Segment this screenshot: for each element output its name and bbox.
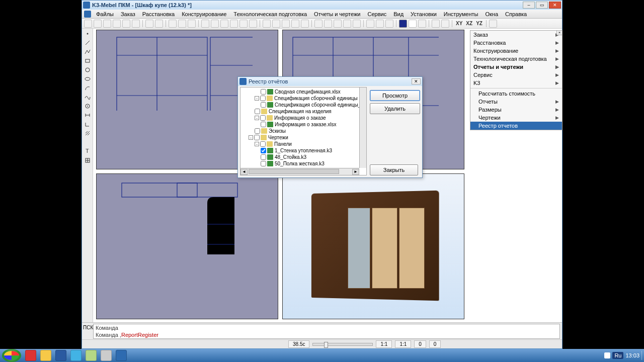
status-slider[interactable]	[312, 343, 373, 346]
tool-extents[interactable]	[489, 20, 497, 28]
tool-render[interactable]	[249, 20, 257, 28]
right-panel-close[interactable]: ×	[556, 30, 562, 35]
hscroll-left[interactable]: ◄	[240, 169, 248, 175]
color-dropdown[interactable]	[418, 20, 426, 28]
hatch-tool[interactable]	[84, 129, 92, 137]
text-tool[interactable]: T	[84, 147, 92, 155]
menu-files[interactable]: Файлы	[93, 11, 117, 18]
menu-service[interactable]: Сервис	[365, 11, 390, 18]
tool-a[interactable]	[263, 20, 271, 28]
panel-item-2[interactable]: Конструирование▶	[470, 47, 562, 55]
panel-item-5[interactable]: Сервис▶	[470, 71, 562, 79]
panel-item-0[interactable]: Заказ▶	[470, 31, 562, 39]
tool-paste[interactable]	[132, 20, 140, 28]
menu-tech[interactable]: Технологическая подготовка	[230, 11, 310, 18]
menu-view[interactable]: Вид	[390, 11, 407, 18]
tool-b[interactable]	[272, 20, 280, 28]
menu-reports[interactable]: Отчеты и чертежи	[311, 11, 363, 18]
tool-view2[interactable]	[220, 20, 228, 28]
language-indicator[interactable]: Ru	[612, 352, 623, 359]
tool-h[interactable]	[334, 20, 342, 28]
dim-linear-tool[interactable]	[84, 111, 92, 119]
taskbar-app-5[interactable]	[86, 350, 97, 361]
tree-row-6[interactable]: Эскизы	[243, 128, 365, 134]
tree-check-10[interactable]	[261, 154, 266, 160]
tool-grid[interactable]	[201, 20, 209, 28]
tree-hscroll[interactable]: ◄ ►	[240, 168, 359, 175]
polyline-tool[interactable]	[84, 48, 92, 56]
menu-windows[interactable]: Окна	[482, 11, 501, 18]
tree-row-11[interactable]: 50_Полка жесткая.k3	[243, 160, 365, 167]
measure-tool[interactable]	[84, 138, 92, 146]
line-tool[interactable]	[84, 39, 92, 47]
menu-arrangement[interactable]: Расстановка	[139, 11, 178, 18]
tool-view3[interactable]	[230, 20, 238, 28]
tree-row-3[interactable]: Спецификация на изделия	[243, 108, 365, 115]
point-tool[interactable]	[84, 30, 92, 38]
tree-check-1[interactable]	[260, 96, 266, 101]
tool-copy[interactable]	[122, 20, 130, 28]
linetype-dropdown[interactable]	[432, 20, 440, 28]
menu-tools[interactable]: Инструменты	[441, 11, 481, 18]
panel-sub-item-3[interactable]: Чертежи▶	[470, 114, 562, 122]
tool-f[interactable]	[314, 20, 323, 28]
tool-view4[interactable]	[239, 20, 248, 28]
taskbar-app-3[interactable]	[55, 350, 66, 361]
rect-tool[interactable]	[84, 57, 92, 65]
tree-check-0[interactable]	[261, 89, 266, 95]
minimize-button[interactable]: –	[523, 2, 535, 9]
close-dialog-button[interactable]: Закрыть	[370, 164, 418, 175]
hscroll-right[interactable]: ►	[352, 169, 359, 175]
axis-yz[interactable]: YZ	[475, 21, 484, 26]
tree-check-9[interactable]	[261, 148, 266, 153]
spline-tool[interactable]	[84, 93, 92, 101]
taskbar-app-7[interactable]	[116, 350, 127, 361]
tree-row-9[interactable]: 1_Стенка утопленная.k3	[243, 147, 365, 154]
tool-undo[interactable]	[169, 20, 177, 28]
tree-row-8[interactable]: -Панели	[243, 141, 365, 147]
taskbar-app-6[interactable]	[101, 350, 112, 361]
menu-construction[interactable]: Конструирование	[179, 11, 229, 18]
tree-row-10[interactable]: 48_Стойка.k3	[243, 154, 365, 160]
panel-item-3[interactable]: Технологическая подготовка▶	[470, 55, 562, 63]
tool-open[interactable]	[94, 20, 102, 28]
tree-check-4[interactable]	[260, 115, 266, 121]
tool-pages[interactable]	[155, 20, 163, 28]
panel-item-1[interactable]: Расстановка▶	[470, 39, 562, 47]
tree-row-4[interactable]: -Информация о заказе	[243, 115, 365, 121]
ellipse-tool[interactable]	[84, 75, 92, 83]
panel-item-4[interactable]: Отчеты и чертежи▶	[470, 63, 562, 71]
tool-i[interactable]	[343, 20, 351, 28]
command-area[interactable]: Команда Команда ,ReportRegister	[93, 324, 560, 339]
circle-tool[interactable]	[84, 66, 92, 74]
tree-row-0[interactable]: Сводная спецификация.xlsx	[243, 88, 365, 95]
tool-c[interactable]	[282, 20, 290, 28]
tool-j[interactable]	[353, 20, 361, 28]
report-tree[interactable]: Сводная спецификация.xlsx-Спецификация с…	[240, 87, 367, 175]
axis-xz[interactable]: XZ	[465, 21, 473, 26]
panel-sub-item-4[interactable]: Реестр отчетов	[470, 122, 562, 130]
viewport-bottom-right[interactable]	[282, 173, 464, 319]
tray-icon[interactable]	[604, 352, 610, 358]
tool-new[interactable]	[84, 20, 92, 28]
axis-xy[interactable]: XY	[455, 21, 463, 26]
menu-settings[interactable]: Установки	[408, 11, 440, 18]
dim-angle-tool[interactable]	[84, 120, 92, 128]
tool-d[interactable]	[291, 20, 299, 28]
taskbar-app-2[interactable]	[40, 350, 51, 361]
viewport-bottom-left[interactable]	[96, 173, 278, 319]
menu-help[interactable]: Справка	[502, 11, 530, 18]
tool-view1[interactable]	[211, 20, 219, 28]
tool-k[interactable]	[366, 20, 374, 28]
tool-print[interactable]	[113, 20, 121, 28]
tree-check-11[interactable]	[261, 161, 266, 166]
menu-order[interactable]: Заказ	[118, 11, 138, 18]
taskbar-app-4[interactable]	[70, 350, 82, 361]
lineweight-dropdown[interactable]	[441, 20, 449, 28]
color-white[interactable]	[409, 20, 417, 28]
tree-check-5[interactable]	[261, 122, 266, 127]
start-button[interactable]	[2, 349, 21, 362]
tool-m[interactable]	[385, 20, 393, 28]
tree-check-3[interactable]	[255, 109, 260, 114]
offset-tool[interactable]	[84, 102, 92, 110]
